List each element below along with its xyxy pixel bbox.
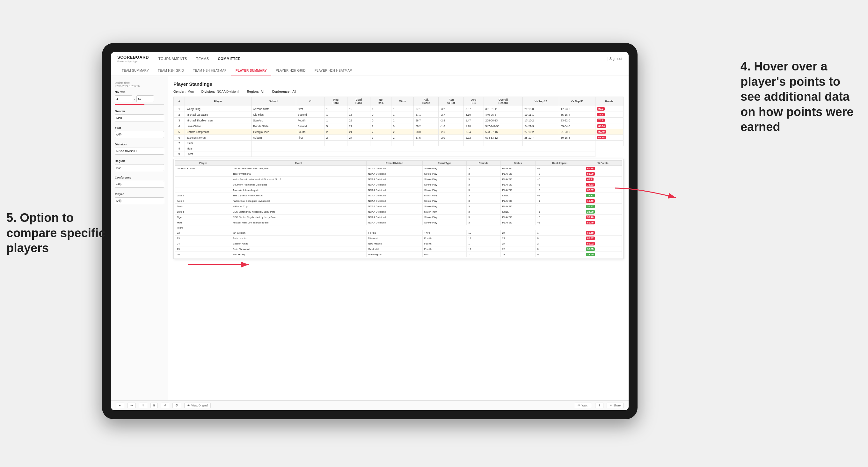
- event-row[interactable]: Jackson Koivun UNCW Seahawk Intercollegi…: [175, 166, 622, 171]
- slider-fill: [115, 104, 145, 105]
- no-rds-min[interactable]: [115, 95, 132, 102]
- event-col-rank: Rank Impact: [535, 161, 584, 166]
- region-select[interactable]: N/A: [115, 164, 164, 171]
- event-row[interactable]: 22 Ian Gilligan Florida Third 10 24 1 60…: [175, 230, 622, 236]
- watch-button[interactable]: 👁 Watch: [575, 403, 592, 408]
- nav-bar: SCOREBOARD Powered by clippi TOURNAMENTS…: [111, 52, 629, 65]
- event-row[interactable]: 24 Bastien Amat New Mexico Fourth 1 27 2…: [175, 241, 622, 246]
- event-col-event: Event: [231, 161, 366, 166]
- conference-select[interactable]: (All): [115, 181, 164, 188]
- tab-team-summary[interactable]: TEAM SUMMARY: [117, 65, 153, 76]
- points-value[interactable]: 80.2: [597, 107, 605, 111]
- logo-text: SCOREBOARD: [117, 55, 149, 60]
- tablet-screen: SCOREBOARD Powered by clippi TOURNAMENTS…: [111, 52, 629, 410]
- sign-out-link[interactable]: | Sign out: [608, 57, 622, 61]
- filter-gender: Gender: Men: [174, 90, 194, 93]
- arrow-annotation2: [185, 255, 255, 274]
- event-row[interactable]: David Williams Cup NCAA Division I Strok…: [175, 204, 622, 209]
- export-button[interactable]: ⬇: [139, 403, 147, 408]
- col-rank: #: [174, 97, 185, 106]
- points-value[interactable]: 88.94: [597, 124, 606, 128]
- conference-label: Conference: [115, 176, 164, 179]
- tab-player-summary[interactable]: PLAYER SUMMARY: [231, 65, 271, 76]
- nav-committee[interactable]: COMMITTEE: [218, 56, 241, 62]
- division-section: Division NCAA Division I: [115, 143, 164, 155]
- conference-section: Conference (All): [115, 176, 164, 188]
- download-button[interactable]: ⬇: [595, 403, 603, 408]
- col-vs50: Vs Top 50: [559, 97, 595, 106]
- event-col-player: Player: [175, 161, 231, 166]
- clock-button[interactable]: ⏱: [173, 403, 181, 408]
- table-row[interactable]: 2 Michael La Sasso Ole Miss Second 1 18 …: [174, 112, 623, 118]
- player-select[interactable]: (All): [115, 197, 164, 204]
- event-col-div: Event Division: [366, 161, 422, 166]
- event-row[interactable]: Tiger Invitational NCAA Division I Strok…: [175, 171, 622, 177]
- gender-label: Gender: [115, 110, 164, 113]
- col-conf-rank: ConfRank: [347, 97, 370, 106]
- redo-button[interactable]: ↪: [127, 403, 136, 408]
- event-row[interactable]: Amer An Intercollegiate NCAA Division I …: [175, 187, 622, 193]
- share-button[interactable]: ↗ Share: [607, 403, 623, 408]
- table-row[interactable]: 8 Mats: [174, 146, 623, 151]
- event-row[interactable]: Alex C Fallen Oak Collegiate Invitationa…: [175, 198, 622, 204]
- col-wins: Wins: [392, 97, 414, 106]
- no-rds-range: -: [115, 95, 164, 102]
- filter-region: Region: All: [247, 90, 264, 93]
- year-select[interactable]: (All): [115, 131, 164, 138]
- event-row[interactable]: 25 Cole Sherwood Vanderbilt Fourth 12 28…: [175, 246, 622, 252]
- filter-division: Division: NCAA Division I: [202, 90, 239, 93]
- sub-nav: TEAM SUMMARY TEAM H2H GRID TEAM H2H HEAT…: [111, 65, 629, 76]
- event-row[interactable]: Techi: [175, 225, 622, 230]
- table-row[interactable]: 4 Luke Claton Florida State Second 5 27 …: [174, 123, 623, 129]
- tab-team-h2h-grid[interactable]: TEAM H2H GRID: [153, 65, 188, 76]
- event-row[interactable]: Jake I The Cypress Point Classic NCAA Di…: [175, 193, 622, 198]
- nav-teams[interactable]: TEAMS: [196, 56, 209, 62]
- table-row-highlighted[interactable]: 5 Christo Lamprecht Georgia Tech Fourth …: [174, 129, 623, 135]
- event-row[interactable]: 23 Jack Lundin Missouri Fourth 11 24 0 6…: [175, 236, 622, 241]
- undo-button[interactable]: ↩: [116, 403, 124, 408]
- no-rds-slider[interactable]: [115, 104, 164, 105]
- col-record: OverallRecord: [484, 97, 523, 106]
- watch-icon: 👁: [578, 404, 581, 407]
- update-time: Update time: 27/01/2024 16:56:26: [115, 81, 164, 88]
- no-rds-max[interactable]: [136, 95, 154, 102]
- event-row[interactable]: Tiger SEC Stroke Play hosted by Jerry Pa…: [175, 215, 622, 220]
- player-section: Player (All): [115, 192, 164, 204]
- table-row[interactable]: 3 Michael Thorbjornsen Stanford Fourth 1…: [174, 118, 623, 123]
- nav-right: | Sign out: [608, 57, 622, 61]
- no-rds-label: No Rds.: [115, 90, 164, 94]
- filter-conference: Conference: All: [272, 90, 296, 93]
- tab-player-h2h-heatmap[interactable]: PLAYER H2H HEATMAP: [310, 65, 356, 76]
- annotation-hover-points: 4. Hover over a player's points to see a…: [741, 59, 862, 135]
- nav-tournaments[interactable]: TOURNAMENTS: [158, 56, 187, 62]
- event-col-rounds: Rounds: [467, 161, 500, 166]
- tab-team-h2h-heatmap[interactable]: TEAM H2H HEATMAP: [188, 65, 231, 76]
- col-avg-sg: AvgSG: [464, 97, 484, 106]
- points-value[interactable]: 76.3: [597, 113, 605, 116]
- table-row[interactable]: 9 Prest: [174, 151, 623, 157]
- content-area: Player Standings Gender: Men Division: N…: [168, 76, 629, 400]
- gender-select[interactable]: Men Women: [115, 115, 164, 121]
- points-value[interactable]: 70.2: [597, 119, 605, 122]
- event-row[interactable]: Mutti Mirabel Maui Jim Intercollegiate N…: [175, 220, 622, 225]
- annotation-compare-players: 5. Option to compare specific players: [6, 210, 118, 256]
- event-row[interactable]: Wake Forest Invitational at Pinehurst No…: [175, 177, 622, 182]
- col-no-rds: NoRds.: [370, 97, 391, 106]
- view-original-button[interactable]: 👁 View: Original: [184, 403, 211, 408]
- event-row[interactable]: Luke I SEC Match Play hosted by Jerry Pa…: [175, 209, 622, 215]
- event-row[interactable]: Southern Highlands Collegiate NCAA Divis…: [175, 182, 622, 187]
- table-row[interactable]: 6 Jackson Koivun Auburn First 2 27 1 2 6…: [174, 135, 623, 141]
- table-row[interactable]: 1 Wenyi Ding Arizona State First 1 15 1 …: [174, 106, 623, 112]
- player-standings-table: # Player School Yr RegRank ConfRank NoRd…: [174, 97, 623, 157]
- tab-player-h2h-grid[interactable]: PLAYER H2H GRID: [271, 65, 310, 76]
- reset-button[interactable]: ↺: [161, 403, 169, 408]
- region-label: Region: [115, 159, 164, 162]
- eye-icon: 👁: [187, 404, 190, 407]
- copy-button[interactable]: ⎘: [151, 403, 158, 408]
- points-value[interactable]: 80.49: [597, 130, 606, 133]
- col-player: Player: [185, 97, 251, 106]
- division-select[interactable]: NCAA Division I: [115, 148, 164, 155]
- points-value[interactable]: 68.18: [597, 136, 606, 139]
- table-row[interactable]: 7 Nichi: [174, 141, 623, 146]
- section-title: Player Standings: [174, 81, 623, 87]
